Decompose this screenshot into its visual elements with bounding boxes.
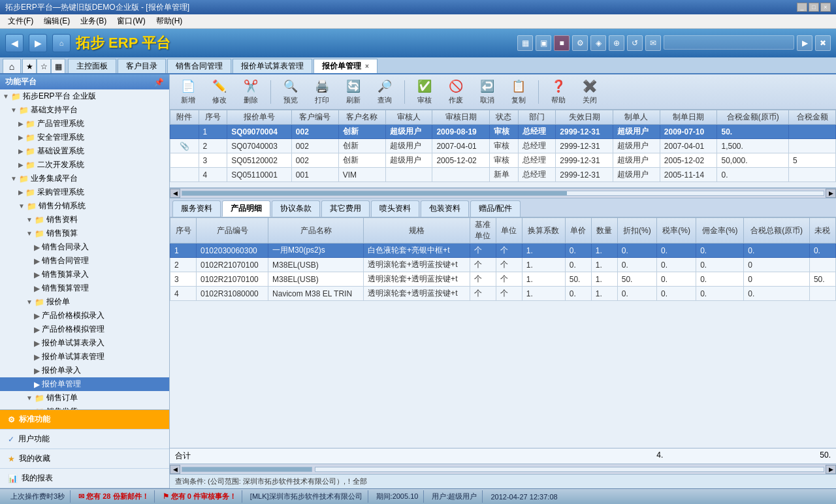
lower-tab-other-cost[interactable]: 其它费用 [321, 200, 370, 217]
expand-icon-dev[interactable]: ▶ [18, 161, 24, 168]
sidebar-tab-reports[interactable]: 📊 我的报表 [0, 469, 169, 488]
toolbar-icon-1[interactable]: ▦ [517, 35, 533, 51]
tree-product-mgmt[interactable]: ▶ 📁 产品管理系统 [0, 117, 169, 131]
table-row[interactable]: 1 SQ09070004 002 创新 超级用户 2009-08-19 审核 总… [170, 125, 836, 139]
maximize-btn[interactable]: □ [809, 3, 819, 12]
lower-hscroll-left[interactable]: ◀ [170, 465, 180, 474]
expand-icon-salesbudget[interactable]: ▼ [26, 230, 33, 237]
tab-fav-btn[interactable]: ★ [22, 59, 37, 73]
lower-table-row[interactable]: 3 0102R21070100 M38EL(USB) 透明滚轮套+透明蓝按键+t… [170, 272, 836, 287]
menu-help[interactable]: 帮助(H) [151, 14, 188, 28]
tree-dev[interactable]: ▶ 📁 二次开发系统 [0, 158, 169, 172]
btn-copy[interactable]: 📋 复制 [506, 77, 532, 106]
lower-tab-package[interactable]: 包装资料 [421, 200, 469, 217]
upper-hscroll[interactable]: ◀ ▶ [170, 188, 836, 198]
sidebar-tab-favorites[interactable]: ★ 我的收藏 [0, 449, 169, 469]
lower-tab-gift[interactable]: 赠品/配件 [470, 200, 521, 217]
tree-quote-calc-entry[interactable]: ▶ 报价单试算表录入 [0, 336, 169, 350]
tree-sales-budget-entry[interactable]: ▶ 销售预算录入 [0, 268, 169, 281]
tree-sales-delivery[interactable]: ▼ 📁 销售发货 [0, 405, 169, 409]
tree-biz-platform[interactable]: ▼ 📁 业务集成平台 [0, 172, 169, 185]
btn-cancel[interactable]: ↩️ 取消 [474, 77, 500, 106]
tree-price-sim-mgmt[interactable]: ▶ 产品价格模拟管理 [0, 323, 169, 336]
lower-hscroll-right[interactable]: ▶ [826, 465, 836, 474]
lower-hscroll-track[interactable] [315, 467, 824, 472]
tab-main-panel[interactable]: 主控面板 [68, 59, 116, 73]
menu-file[interactable]: 文件(F) [3, 14, 39, 28]
menu-business[interactable]: 业务(B) [75, 14, 112, 28]
search-box[interactable] [664, 35, 794, 50]
tree-sales-contract-mgmt[interactable]: ▶ 销售合同管理 [0, 254, 169, 268]
toolbar-icon-8[interactable]: ✉ [645, 35, 661, 51]
expand-icon-0[interactable]: ▼ [3, 93, 9, 100]
tab-fav2-btn[interactable]: ☆ [37, 59, 51, 73]
tree-quote-mgmt[interactable]: ▶ 报价单管理 [0, 377, 169, 391]
tree-price-sim-entry[interactable]: ▶ 产品价格模拟录入 [0, 309, 169, 323]
tree-security[interactable]: ▶ 📁 安全管理系统 [0, 131, 169, 144]
expand-icon-biz[interactable]: ▼ [10, 175, 17, 182]
btn-void[interactable]: 🚫 作废 [443, 77, 469, 106]
btn-close[interactable]: ✖️ 关闭 [577, 77, 603, 106]
table-row[interactable]: 3 SQ05120002 002 创新 超级用户 2005-12-02 审核 总… [170, 153, 836, 168]
expand-icon-sales[interactable]: ▼ [18, 202, 25, 210]
btn-refresh[interactable]: 🔄 刷新 [340, 77, 366, 106]
toolbar-icon-2[interactable]: ▣ [536, 35, 551, 51]
tree-sales-order[interactable]: ▼ 📁 销售订单 [0, 391, 169, 405]
table-row[interactable]: 📎 2 SQ07040003 002 创新 超级用户 2007-04-01 审核… [170, 139, 836, 153]
expand-icon-1[interactable]: ▼ [10, 106, 17, 114]
btn-preview[interactable]: 🔍 预览 [278, 77, 304, 106]
menu-window[interactable]: 窗口(W) [112, 14, 150, 28]
lower-table-row[interactable]: 1 0102030060300 一用M30(ps2)s 白色液轮套+亮银中框+t… [170, 244, 836, 258]
minimize-btn[interactable]: _ [797, 3, 807, 12]
lower-hscroll[interactable]: ◀ ▶ [170, 464, 836, 474]
lower-tab-service[interactable]: 服务资料 [172, 200, 221, 217]
tree-base-platform[interactable]: ▼ 📁 基础支持平台 [0, 103, 169, 117]
tree-sales-contract-entry[interactable]: ▶ 销售合同录入 [0, 240, 169, 254]
expand-icon-purchase[interactable]: ▶ [18, 189, 24, 196]
sidebar-tab-standard[interactable]: ⚙ 标准功能 [0, 410, 169, 430]
tree-quote-calc-mgmt[interactable]: ▶ 报价单试算表管理 [0, 350, 169, 364]
tab-quote-calc[interactable]: 报价单试算表管理 [233, 59, 312, 73]
table-row[interactable]: 4 SQ05110001 001 VIM 新单 总经理 2999-12-31 超… [170, 168, 836, 182]
btn-new[interactable]: 📄 新增 [175, 77, 201, 106]
btn-help[interactable]: ❓ 帮助 [545, 77, 571, 106]
back-btn[interactable]: ◀ [5, 34, 24, 52]
sidebar-tab-user[interactable]: ✓ 用户功能 [0, 430, 169, 449]
toolbar-icon-6[interactable]: ⊕ [609, 35, 624, 51]
expand-icon-prod[interactable]: ▶ [18, 120, 24, 127]
lower-tab-nozzle[interactable]: 喷头资料 [371, 200, 419, 217]
right-icon-end[interactable]: ✖ [815, 35, 831, 51]
tree-sales-budget[interactable]: ▼ 📁 销售预算 [0, 227, 169, 240]
tab-sales-contract[interactable]: 销售合同管理 [167, 59, 231, 73]
btn-print[interactable]: 🖨️ 打印 [309, 77, 335, 106]
hscroll-left-btn[interactable]: ◀ [170, 189, 180, 198]
lower-table-row[interactable]: 2 0102R21070100 M38EL(USB) 透明滚轮套+透明蓝按键+t… [170, 258, 836, 272]
lower-table-scroll[interactable]: 序号 产品编号 产品名称 规格 基准单位 单位 换算系数 单价 数量 折扣(%)… [170, 217, 836, 448]
home-btn[interactable]: ⌂ [52, 34, 71, 52]
sidebar-pin-icon[interactable]: 📌 [154, 78, 164, 87]
lower-tab-product[interactable]: 产品明细 [222, 200, 270, 217]
btn-delete[interactable]: ✂️ 删除 [238, 77, 264, 106]
lower-hscroll-thumb[interactable] [182, 467, 312, 472]
menu-edit[interactable]: 编辑(E) [39, 14, 75, 28]
expand-icon-sec[interactable]: ▶ [18, 134, 24, 141]
expand-icon-quote[interactable]: ▼ [26, 298, 33, 306]
close-btn[interactable]: × [820, 3, 831, 12]
toolbar-icon-7[interactable]: ↺ [627, 35, 643, 51]
tree-sales[interactable]: ▼ 📁 销售分销系统 [0, 199, 169, 213]
tree-purchase[interactable]: ▶ 📁 采购管理系统 [0, 185, 169, 199]
tree-basic-settings[interactable]: ▶ 📁 基础设置系统 [0, 144, 169, 158]
tree-root[interactable]: ▼ 📁 拓步ERP平台 企业版 [0, 89, 169, 103]
btn-search[interactable]: 🔎 查询 [372, 77, 398, 106]
toolbar-icon-5[interactable]: ◈ [590, 35, 606, 51]
hscroll-right-btn[interactable]: ▶ [826, 189, 836, 198]
lower-tab-agreement[interactable]: 协议条款 [272, 200, 320, 217]
expand-icon-salesdata[interactable]: ▼ [26, 216, 33, 223]
btn-audit[interactable]: ✅ 审核 [411, 77, 438, 106]
tab-quote-mgmt[interactable]: 报价单管理 × [314, 59, 378, 73]
expand-icon-basic[interactable]: ▶ [18, 148, 24, 155]
search-go-btn[interactable]: ▶ [797, 35, 812, 51]
tab-customer-list[interactable]: 客户目录 [118, 59, 166, 73]
toolbar-icon-3[interactable]: ■ [554, 35, 570, 51]
tree-quote[interactable]: ▼ 📁 报价单 [0, 295, 169, 309]
